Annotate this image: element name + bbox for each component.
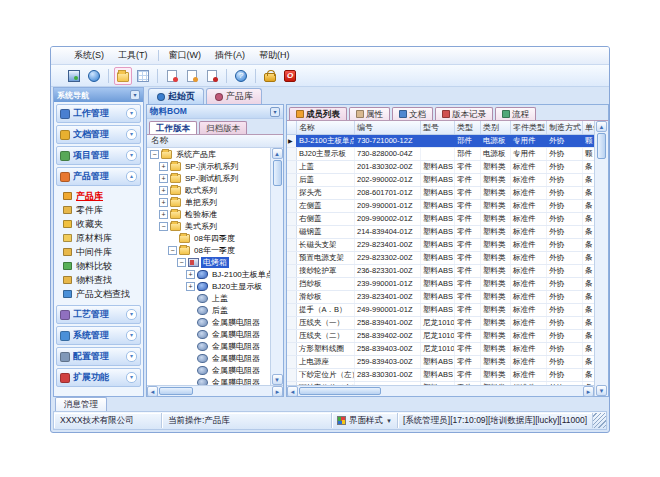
scroll-right-icon[interactable]: ►	[272, 386, 283, 397]
tab-product-library[interactable]: 产品库	[206, 88, 262, 104]
tree-node[interactable]: −08年一季度	[147, 244, 270, 256]
collapse-icon[interactable]: −	[177, 258, 186, 267]
tree-node[interactable]: 08年四季度	[147, 232, 270, 244]
table-row[interactable]: 上电源座259-839403-00Z塑料ABS零件塑料类标准件外协条	[287, 356, 594, 369]
scroll-left-icon[interactable]: ◄	[147, 386, 158, 397]
tree-node[interactable]: 金属膜电阻器	[147, 316, 270, 328]
table-row[interactable]: 压线夹（二）258-839402-00Z尼龙1010零件塑料类标准件外协条	[287, 330, 594, 343]
tree-hscroll-thumb[interactable]	[159, 387, 193, 395]
tree-node[interactable]: +检验标准	[147, 208, 270, 220]
menu-item-3[interactable]: 窗口(W)	[162, 47, 209, 64]
scroll-left-icon[interactable]: ◄	[287, 386, 298, 397]
monitor-button[interactable]	[65, 67, 83, 85]
chevron-down-icon[interactable]: ▾	[126, 150, 137, 161]
tab-version-history[interactable]: 版本记录	[435, 107, 493, 120]
sidebar-item-raw-material-library[interactable]: 原材料库	[54, 231, 143, 245]
tree-node[interactable]: 金属膜电阻器	[147, 340, 270, 352]
table-row[interactable]: 压线夹（一）258-839401-00Z尼龙1010零件塑料类标准件外协条	[287, 317, 594, 330]
chevron-down-icon[interactable]: ▾	[126, 330, 137, 341]
tab-documents[interactable]: 文档	[392, 107, 433, 120]
chevron-down-icon[interactable]: ▾	[126, 309, 137, 320]
chevron-down-icon[interactable]: ▾	[126, 108, 137, 119]
tree-node[interactable]: 金属膜电阻器	[147, 352, 270, 364]
tree-node[interactable]: 金属膜电阻器	[147, 376, 270, 385]
sidebar-group-project-management[interactable]: 项目管理▾	[56, 146, 141, 165]
tree-node[interactable]: +单把系列	[147, 196, 270, 208]
grid-horizontal-scrollbar[interactable]: ◄ ►	[287, 385, 594, 396]
column-header-6[interactable]: 零件类型	[511, 121, 547, 134]
tree-node[interactable]: 后盖	[147, 304, 270, 316]
expand-icon[interactable]: +	[159, 174, 168, 183]
sidebar-item-material-search[interactable]: 物料查找	[54, 273, 143, 287]
sidebar-group-config-management[interactable]: 配置管理▾	[56, 347, 141, 366]
tab-working-version[interactable]: 工作版本	[149, 121, 197, 134]
tree-node[interactable]: +欧式系列	[147, 184, 270, 196]
table-row[interactable]: 滑纱板239-823401-00Z塑料ABS零件塑料类标准件外协条	[287, 291, 594, 304]
tree-node[interactable]: 上盖	[147, 292, 270, 304]
expand-icon[interactable]: +	[186, 282, 195, 291]
power-button[interactable]	[281, 67, 299, 85]
ui-style-button[interactable]: 界面样式 ▼	[332, 413, 398, 428]
sidebar-group-system-management[interactable]: 系统管理▾	[56, 326, 141, 345]
table-row[interactable]: 右侧盖209-990002-01Z塑料ABS零件塑料类标准件外协条	[287, 213, 594, 226]
collapse-icon[interactable]: −	[159, 222, 168, 231]
expand-icon[interactable]: +	[186, 270, 195, 279]
sidebar-item-material-compare[interactable]: 物料比较	[54, 259, 143, 273]
tree-vertical-scrollbar[interactable]: ▲ ▼	[270, 148, 283, 385]
table-row[interactable]: 长磁头支架229-823401-00Z塑料ABS零件塑料类标准件外协条	[287, 239, 594, 252]
sidebar-group-process-management[interactable]: 工艺管理▾	[56, 305, 141, 324]
expand-icon[interactable]: +	[159, 162, 168, 171]
tab-message-management[interactable]: 消息管理	[55, 397, 107, 411]
scroll-up-icon[interactable]: ▲	[272, 148, 283, 159]
scroll-up-icon[interactable]: ▲	[596, 121, 607, 132]
globe-button[interactable]	[85, 67, 103, 85]
sidebar-item-parts-library[interactable]: 零件库	[54, 203, 143, 217]
help-button[interactable]	[232, 67, 250, 85]
tree-horizontal-scrollbar[interactable]: ◄ ►	[147, 385, 283, 396]
sidebar-options-button[interactable]: ▾	[130, 90, 140, 100]
sidebar-group-extensions[interactable]: 扩展功能▾	[56, 368, 141, 387]
grid-vscroll-thumb[interactable]	[597, 133, 606, 159]
sidebar-group-product-management[interactable]: 产品管理▴	[56, 167, 141, 186]
table-row[interactable]: 方形塑料线圈258-839403-00Z尼龙1010零件塑料类标准件外协条	[287, 343, 594, 356]
grid-vertical-scrollbar[interactable]: ▲ ▼	[594, 121, 608, 396]
table-row[interactable]: 预置电源支架229-823302-00Z塑料ABS零件塑料类标准件外协条	[287, 252, 594, 265]
tab-member-list[interactable]: 成员列表	[289, 107, 347, 120]
tree-node[interactable]: −美式系列	[147, 220, 270, 232]
sidebar-item-product-library[interactable]: 产品库	[54, 189, 143, 203]
tree-node[interactable]: +SP-测试机系列	[147, 172, 270, 184]
table-row[interactable]: 磁钢盖214-839404-01Z塑料ABS零件塑料类标准件外协条	[287, 226, 594, 239]
column-header-1[interactable]: 名称	[297, 121, 355, 134]
column-header-8[interactable]: 单位	[583, 121, 594, 134]
table-row[interactable]: BJ20主显示板730-828000-04Z部件电源板专用件外协颗	[287, 148, 594, 161]
tree-node[interactable]: +SP-演示机系列	[147, 160, 270, 172]
grid-button[interactable]	[134, 67, 152, 85]
chevron-down-icon[interactable]: ▾	[126, 129, 137, 140]
column-header-2[interactable]: 编号	[355, 121, 421, 134]
tab-properties[interactable]: 属性	[349, 107, 390, 120]
doc-check-button[interactable]	[183, 67, 201, 85]
doc-delete-button[interactable]	[203, 67, 221, 85]
scroll-down-icon[interactable]: ▼	[596, 385, 607, 396]
sidebar-group-document-management[interactable]: 文档管理▾	[56, 125, 141, 144]
tree-node[interactable]: 金属膜电阻器	[147, 364, 270, 376]
expand-icon[interactable]: +	[159, 198, 168, 207]
column-header-5[interactable]: 类别	[481, 121, 511, 134]
tree-node[interactable]: −系统产品库	[147, 148, 270, 160]
collapse-icon[interactable]: −	[150, 150, 159, 159]
sidebar-item-product-doc-search[interactable]: 产品文档查找	[54, 287, 143, 301]
folder-button[interactable]	[114, 67, 132, 85]
table-row[interactable]: 挡纱板239-990001-01Z塑料ABS零件塑料类标准件外协条	[287, 278, 594, 291]
table-row[interactable]: 左侧盖209-990001-01Z塑料ABS零件塑料类标准件外协条	[287, 200, 594, 213]
tree-node[interactable]: +BJ20主显示板	[147, 280, 270, 292]
column-header-4[interactable]: 类型	[455, 121, 481, 134]
menu-item-2[interactable]: 工具(T)	[111, 47, 155, 64]
lock-button[interactable]	[261, 67, 279, 85]
tree-node[interactable]: 金属膜电阻器	[147, 328, 270, 340]
tree-node[interactable]: −电烤箱	[147, 256, 270, 268]
tree-vscroll-thumb[interactable]	[273, 160, 282, 186]
menu-item-4[interactable]: 插件(A)	[208, 47, 252, 64]
chevron-down-icon[interactable]: ▾	[126, 372, 137, 383]
table-row[interactable]: 探头壳208-601701-01Z塑料ABS零件塑料类标准件外协条	[287, 187, 594, 200]
sidebar-item-favorites[interactable]: 收藏夹	[54, 217, 143, 231]
